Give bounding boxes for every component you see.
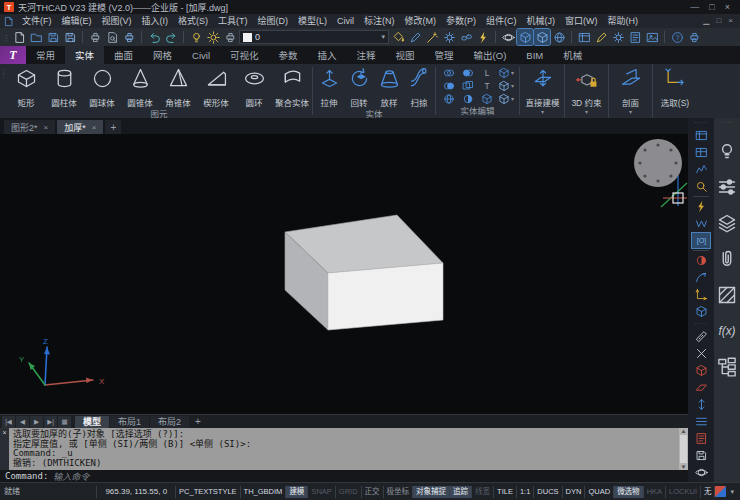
tab-parametric[interactable]: 参数 [269,46,308,64]
dim-plane-icon[interactable] [692,380,710,395]
close-button[interactable]: × [725,0,730,14]
dim-box-icon[interactable] [692,363,710,378]
tab-surface[interactable]: 曲面 [104,46,143,64]
layout-tab-1[interactable]: 布局1 [110,416,149,428]
menu-item-format[interactable]: 格式(S) [173,14,213,28]
statusbar-ortho[interactable]: 正交 [362,486,384,498]
menu-item-civil[interactable]: Civil [332,14,359,28]
statusbar-cycling[interactable]: 微选物 [614,486,644,498]
tab-mechanical[interactable]: 机械 [553,46,592,64]
drawing-tab-2[interactable]: 加厚*× [57,120,103,134]
layout-tab-model[interactable]: 模型 [75,416,109,428]
menu-item-mechanical[interactable]: 机械(J) [522,14,561,28]
statusbar-th-gbdim[interactable]: TH_GBDIM [241,486,287,498]
render-print-icon[interactable] [222,29,238,45]
drawing-tab-1[interactable]: 图形2*× [4,120,55,134]
direct-modeling-button[interactable]: 直接建模▾ [521,64,565,118]
tab-manage[interactable]: 管理 [425,46,464,64]
plot-icon[interactable] [87,29,103,45]
statusbar-otrack[interactable]: 追踪 [450,486,472,498]
dim-vertical-icon[interactable] [692,397,710,412]
match-properties-icon[interactable] [407,29,423,45]
toolbar-grip[interactable]: ···· [4,34,8,41]
polyline-graph-icon[interactable] [692,162,710,177]
cylinder-button[interactable]: 圆柱体 [45,66,83,108]
close-tab-icon[interactable]: × [44,123,49,132]
statusbar-dyn[interactable]: DYN [563,486,586,498]
first-layout-button[interactable]: |◀ [2,416,15,428]
last-layout-button[interactable]: ▶| [44,416,57,428]
hatch-icon[interactable] [716,284,738,306]
print-icon[interactable] [686,29,702,45]
menu-item-insert[interactable]: 插入(I) [137,14,174,28]
solid-tools-icon[interactable]: ▾ [497,66,515,79]
shaded-view-icon[interactable] [517,29,533,45]
tab-mesh[interactable]: 网格 [143,46,182,64]
polysolid-button[interactable]: 聚合实体 [273,66,311,108]
menu-item-modify[interactable]: 修改(M) [400,14,442,28]
paperclip-icon[interactable] [716,248,738,270]
gear-tools-icon[interactable] [441,29,457,45]
tab-insert[interactable]: 插入 [308,46,347,64]
statusbar-osnap[interactable]: 对象捕捉 [413,486,450,498]
rail-grip[interactable]: ···· [694,120,707,126]
statusbar-grid[interactable]: GRID [336,486,362,498]
tab-visualize[interactable]: 可视化 [220,46,269,64]
mdi-minimize-button[interactable]: ▁ [703,14,709,28]
tab-home[interactable]: 常用 [26,46,65,64]
tab-solid[interactable]: 实体 [65,46,104,64]
tab-civil[interactable]: Civil [182,46,220,64]
add-layout-button[interactable]: + [190,416,206,427]
menu-item-dimension[interactable]: 标注(N) [359,14,400,28]
tab-output[interactable]: 输出(O) [464,46,517,64]
box-button[interactable]: 矩形 [7,66,45,108]
paint-bucket-icon[interactable] [390,29,406,45]
new-drawing-tab-button[interactable]: + [105,120,121,134]
workspace-color-icon[interactable] [715,486,726,497]
tab-annotate[interactable]: 注释 [347,46,386,64]
group-o-icon[interactable]: [O] [692,233,710,248]
layout-list-button[interactable]: ▦ [58,416,71,428]
orbit-tool-icon[interactable] [692,465,710,480]
save-icon[interactable] [45,29,61,45]
statusbar-lockui[interactable]: LOCKUI [666,486,701,498]
menu-item-help[interactable]: 帮助(H) [603,14,644,28]
command-input-line[interactable]: Command: 输入命令 [0,470,688,482]
image-icon[interactable] [644,29,660,45]
save-view-icon[interactable] [692,448,710,463]
statusbar-scale[interactable]: 1:1 [517,486,534,498]
publish-icon[interactable] [121,29,137,45]
spline-w-icon[interactable] [692,216,710,231]
thicken-icon[interactable] [459,92,477,105]
section-button[interactable]: 剖面▾ [609,64,653,118]
magic-wand-icon[interactable] [424,29,440,45]
statusbar-ducs[interactable]: DUCS [534,486,562,498]
menu-item-components[interactable]: 组件(C) [481,14,522,28]
slice-icon[interactable] [459,79,477,92]
sun-icon[interactable] [205,29,221,45]
fillet-edge-icon[interactable]: L [478,66,496,79]
undo-icon[interactable] [146,29,162,45]
lightbulb-icon[interactable] [716,140,738,162]
sphere-button[interactable]: 圆球体 [83,66,121,108]
maximize-button[interactable]: □ [709,0,714,14]
select-button[interactable]: 选取(S) [653,64,697,118]
redo-icon[interactable] [163,29,179,45]
statusbar-tile[interactable]: TILE [494,486,517,498]
hierarchy-tree-icon[interactable] [716,356,738,378]
viewport-canvas[interactable]: X Z Y [0,134,688,414]
new-file-icon[interactable] [11,29,27,45]
spark-bolt-icon[interactable] [475,29,491,45]
statusbar-hka[interactable]: HKA [644,486,666,498]
mdi-close-button[interactable]: × [728,14,733,28]
union-icon[interactable] [440,66,458,79]
plot-preview-icon[interactable] [104,29,120,45]
menu-item-file[interactable]: 文件(F) [17,14,57,28]
pyramid-button[interactable]: 角锥体 [159,66,197,108]
scrollbar-thumb[interactable] [680,435,687,463]
menu-item-draw[interactable]: 绘图(D) [253,14,294,28]
tab-view[interactable]: 视图 [386,46,425,64]
statusbar-none[interactable]: 无 [701,486,716,498]
wedge-button[interactable]: 楔形体 [197,66,235,108]
minimize-button[interactable]: — [690,0,699,14]
